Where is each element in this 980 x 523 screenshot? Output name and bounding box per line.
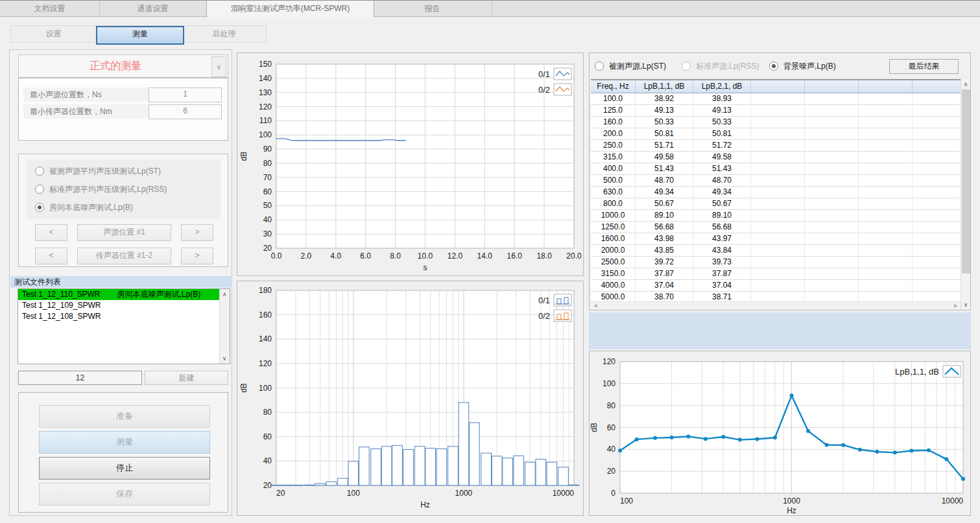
save-button[interactable]: 保存 — [39, 483, 210, 506]
table-column-header[interactable]: LpB,1,1, dB — [636, 80, 693, 93]
scroll-right-icon[interactable]: > — [951, 302, 960, 310]
file-list-item[interactable]: Test 1_12_110_SPWR房间本底噪声测试,Lp(B) — [18, 289, 230, 300]
chevron-down-icon[interactable]: ∨ — [211, 56, 226, 77]
table-cell — [913, 117, 961, 128]
file-list-scrollbar[interactable]: ∧ ∨ — [219, 289, 230, 364]
subtab-measure[interactable]: 测量 — [96, 26, 184, 45]
scroll-left-icon[interactable]: < — [592, 302, 601, 310]
tab-document-settings[interactable]: 文档设置 — [0, 1, 100, 17]
svg-text:0/1: 0/1 — [538, 296, 550, 305]
table-cell — [751, 140, 805, 151]
table-cell — [805, 175, 859, 186]
file-list-items: Test 1_12_110_SPWR房间本底噪声测试,Lp(B)Test 1_1… — [18, 289, 230, 322]
table-cell — [913, 187, 961, 198]
mic-position-next-button[interactable]: > — [181, 248, 213, 264]
scroll-up-icon[interactable]: ∧ — [220, 290, 229, 299]
table-cell: 125.0 — [591, 105, 636, 116]
table-row[interactable]: 500.048.7048.70 — [591, 175, 961, 187]
test-file-list[interactable]: Test 1_12_110_SPWR房间本底噪声测试,Lp(B)Test 1_1… — [18, 288, 230, 364]
table-vertical-scrollbar[interactable]: ∧ ∨ — [961, 79, 970, 310]
table-cell: 5000.0 — [591, 292, 636, 301]
radio-lpst[interactable]: 被测声源平均声压级测试,Lp(ST) — [35, 166, 161, 176]
table-column-header[interactable] — [805, 80, 859, 93]
stop-button[interactable]: 停止 — [39, 457, 210, 480]
table-cell — [805, 198, 859, 209]
table-row[interactable]: 400.051.4351.43 — [591, 163, 961, 175]
subtab-settings[interactable]: 设置 — [11, 26, 96, 42]
subtab-postprocess[interactable]: 后处理 — [182, 26, 267, 42]
source-position-next-button[interactable]: > — [181, 224, 213, 241]
table-cell — [859, 292, 913, 301]
mic-position-prev-button[interactable]: < — [35, 248, 67, 264]
table-row[interactable]: 3150.037.8737.87 — [591, 268, 961, 280]
table-row[interactable]: 250.051.7151.72 — [591, 140, 961, 152]
tab-report[interactable]: 报告 — [373, 1, 492, 17]
results-table-body: 100.038.9238.93125.049.1349.13160.050.33… — [591, 93, 961, 301]
source-position-prev-button[interactable]: < — [35, 224, 67, 241]
table-row[interactable]: 160.050.3350.33 — [591, 117, 961, 128]
tab-mcr-spwr[interactable]: 混响室法测试声功率(MCR-SPWR) — [206, 1, 374, 17]
test-count-button[interactable]: 12 — [18, 371, 142, 385]
file-list-item[interactable]: Test 1_12_108_SPWR — [18, 311, 230, 322]
table-cell — [913, 257, 961, 268]
nm-value-field[interactable]: 6 — [149, 104, 222, 119]
table-row[interactable]: 5000.038.7038.71 — [591, 292, 961, 301]
table-row[interactable]: 2500.039.7239.73 — [591, 257, 961, 268]
table-row[interactable]: 315.049.5849.58 — [591, 152, 961, 163]
test-type-radio-panel: 被测声源平均声压级测试,Lp(ST) 标准声源平均声压级测试,Lp(RSS) 房… — [27, 159, 221, 219]
table-row[interactable]: 1250.056.6856.68 — [591, 222, 961, 233]
table-row[interactable]: 1600.043.9843.97 — [591, 233, 961, 245]
radio-lpb[interactable]: 房间本底噪声测试,Lp(B) — [35, 202, 133, 213]
table-row[interactable]: 630.049.3449.34 — [591, 187, 961, 198]
measurement-mode-dropdown[interactable]: 正式的测量 ∨ — [18, 54, 228, 78]
result-radio-lprss[interactable]: 标准声源,Lp(RSS) — [682, 61, 759, 71]
scroll-down-icon[interactable]: ∨ — [961, 300, 970, 309]
table-column-header[interactable] — [859, 80, 913, 93]
table-row[interactable]: 4000.037.0437.04 — [591, 280, 961, 292]
svg-text:Hz: Hz — [787, 506, 796, 515]
table-cell — [859, 280, 913, 291]
table-column-header[interactable]: LpB,2,1, dB — [693, 80, 751, 93]
prepare-button[interactable]: 准备 — [39, 405, 210, 428]
svg-text:8.0: 8.0 — [390, 251, 401, 261]
results-panel: 被测声源,Lp(ST) 标准声源,Lp(RSS) 背景噪声,Lp(B) 最后结果… — [589, 52, 971, 310]
scrollbar-thumb[interactable] — [962, 89, 970, 273]
table-cell: 49.13 — [636, 105, 693, 116]
source-position-button[interactable]: 声源位置 #1 — [77, 224, 171, 241]
mic-position-button[interactable]: 传声器位置 #1-2 — [77, 248, 171, 264]
result-radio-lpst[interactable]: 被测声源,Lp(ST) — [595, 61, 666, 71]
table-row[interactable]: 800.050.6750.67 — [591, 198, 961, 210]
file-list-item[interactable]: Test 1_12_109_SPWR — [18, 300, 230, 311]
table-row[interactable]: 2000.043.8543.84 — [591, 245, 961, 257]
table-row[interactable]: 1000.089.1089.10 — [591, 210, 961, 222]
scroll-up-icon[interactable]: ∧ — [961, 80, 970, 89]
table-cell — [805, 222, 859, 233]
radio-icon-selected — [35, 203, 44, 212]
result-radio-lpb-label: 背景噪声,Lp(B) — [783, 61, 836, 72]
table-horizontal-scrollbar[interactable]: < > — [591, 301, 961, 310]
result-radio-lpb[interactable]: 背景噪声,Lp(B) — [769, 61, 836, 71]
radio-lprss[interactable]: 标准声源平均声压级测试,Lp(RSS) — [35, 184, 167, 194]
table-column-header[interactable] — [913, 80, 961, 93]
measure-button[interactable]: 测量 — [39, 431, 210, 454]
table-cell — [913, 210, 961, 221]
new-test-button[interactable]: 新建 — [145, 371, 228, 385]
tab-channel-settings[interactable]: 通道设置 — [99, 1, 207, 17]
table-cell — [859, 187, 913, 198]
ns-value-field[interactable]: 1 — [149, 87, 222, 102]
scroll-down-icon[interactable]: ∨ — [220, 354, 229, 363]
table-row[interactable]: 125.049.1349.13 — [591, 105, 961, 117]
svg-text:2.0: 2.0 — [301, 251, 312, 261]
table-column-header[interactable] — [751, 80, 805, 93]
table-cell — [859, 222, 913, 233]
table-row[interactable]: 200.050.8150.81 — [591, 128, 961, 140]
table-cell: 39.73 — [693, 257, 751, 268]
table-column-header[interactable]: Freq., Hz — [591, 80, 636, 93]
svg-text:100: 100 — [347, 489, 360, 498]
table-row[interactable]: 100.038.9238.93 — [591, 93, 961, 105]
table-cell — [751, 233, 805, 244]
table-cell — [913, 128, 961, 139]
radio-lpb-label: 房间本底噪声测试,Lp(B) — [49, 202, 133, 213]
table-cell — [751, 163, 805, 174]
final-result-button[interactable]: 最后结果 — [889, 59, 959, 74]
